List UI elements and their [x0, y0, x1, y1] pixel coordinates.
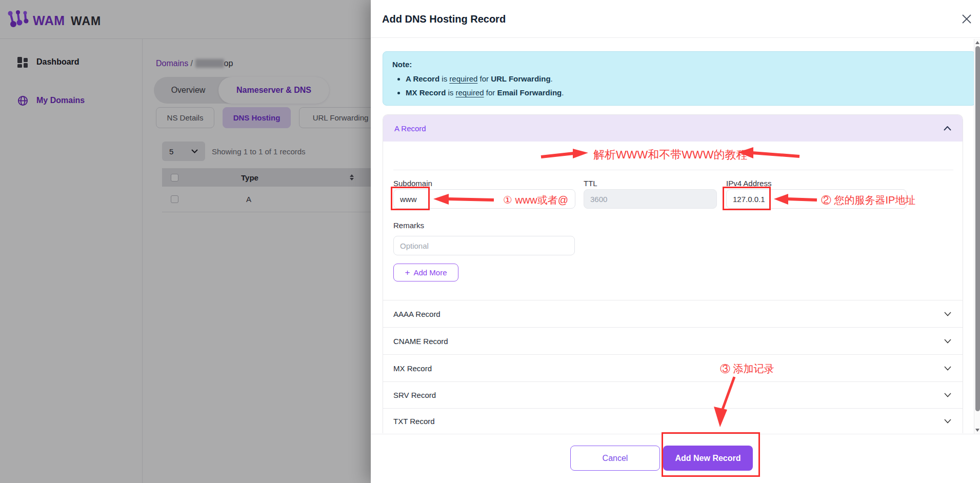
chevron-down-icon [944, 419, 951, 424]
add-more-button[interactable]: + Add More [393, 264, 458, 281]
accordion-title: SRV Record [393, 391, 436, 399]
a-record-form: Subdomain TTL IPv4 Address Remarks + Add… [383, 142, 963, 300]
dns-records-panel: A Record Subdomain TTL IPv4 Address Rema… [383, 114, 963, 433]
modal-scrollbar[interactable] [974, 39, 980, 434]
accordion-mx-record[interactable]: MX Record [383, 354, 963, 381]
chevron-down-icon [944, 393, 951, 397]
accordion-title: MX Record [393, 364, 432, 373]
chevron-up-icon [944, 126, 951, 131]
add-dns-record-modal: Add DNS Hosting Record Note: A Record is… [371, 0, 980, 483]
close-icon [962, 14, 972, 24]
modal-header: Add DNS Hosting Record [371, 0, 980, 38]
note-item: MX Record is required for Email Forwardi… [406, 86, 966, 99]
subdomain-input[interactable] [393, 189, 575, 209]
chevron-down-icon [944, 312, 951, 316]
accordion-txt-record[interactable]: TXT Record [383, 408, 963, 434]
ttl-label: TTL [584, 179, 597, 188]
subdomain-label: Subdomain [393, 179, 432, 188]
note-heading: Note: [392, 60, 966, 69]
add-more-label: Add More [413, 268, 447, 277]
chevron-down-icon [944, 339, 951, 344]
chevron-down-icon [944, 366, 951, 371]
accordion-srv-record[interactable]: SRV Record [383, 381, 963, 408]
remarks-input[interactable] [393, 236, 575, 255]
ttl-input [584, 189, 717, 209]
scroll-up-arrow-icon[interactable] [975, 41, 979, 44]
cancel-button[interactable]: Cancel [570, 446, 660, 471]
scrollbar-thumb[interactable] [975, 46, 980, 411]
divider [393, 170, 953, 170]
modal-title: Add DNS Hosting Record [382, 13, 506, 25]
close-button[interactable] [962, 14, 972, 24]
add-new-record-button[interactable]: Add New Record [663, 446, 753, 471]
ipv4-input[interactable] [726, 189, 907, 209]
remarks-label: Remarks [393, 221, 424, 230]
accordion-cname-record[interactable]: CNAME Record [383, 327, 963, 354]
accordion-title: CNAME Record [393, 337, 448, 346]
scroll-down-arrow-icon[interactable] [975, 429, 979, 432]
note-box: Note: A Record is required for URL Forwa… [383, 51, 976, 106]
plus-icon: + [405, 268, 410, 278]
accordion-a-record[interactable]: A Record [383, 115, 963, 142]
accordion-aaaa-record[interactable]: AAAA Record [383, 300, 963, 327]
note-item: A Record is required for URL Forwarding. [406, 72, 966, 86]
accordion-title: AAAA Record [393, 310, 441, 318]
screen: WAM WAM Dashboard My Domains [0, 0, 980, 483]
ipv4-label: IPv4 Address [726, 179, 771, 188]
accordion-title: TXT Record [393, 417, 435, 426]
accordion-title: A Record [394, 124, 426, 133]
modal-footer: Cancel Add New Record [371, 434, 980, 483]
